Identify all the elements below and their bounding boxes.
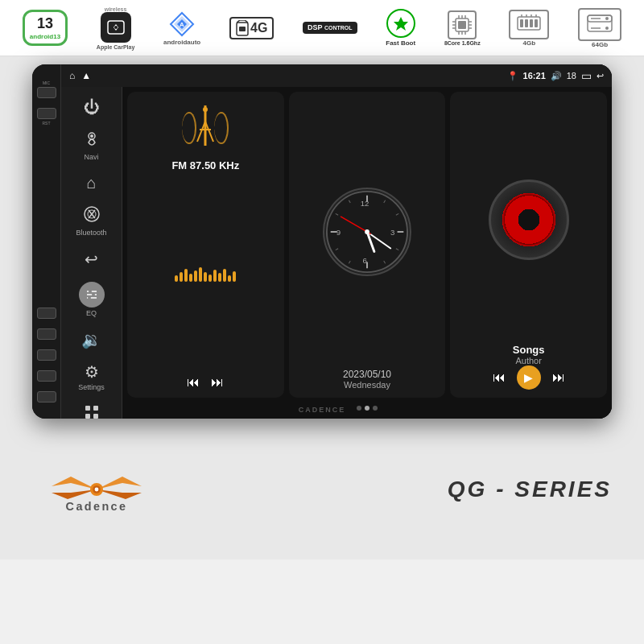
phys-btn-4[interactable] bbox=[37, 370, 56, 382]
device-shell: MIC RST ⌂ ▲ 📍 bbox=[32, 64, 612, 419]
dsp-line1: DSP bbox=[308, 23, 322, 31]
carplay-badge: wireless Apple CarPlay bbox=[97, 6, 134, 50]
nav-eq[interactable]: EQ bbox=[64, 277, 119, 322]
radio-next-button[interactable]: ⏭ bbox=[211, 375, 224, 390]
home-status-icon: ⌂ bbox=[69, 70, 75, 81]
storage-badge: 64Gb bbox=[578, 8, 621, 48]
dot-2 bbox=[365, 406, 369, 411]
bottom-section: Cadence QG - SERIES bbox=[0, 419, 644, 559]
dot-3 bbox=[373, 406, 378, 411]
radio-bar bbox=[223, 269, 226, 282]
radio-bar bbox=[189, 274, 192, 282]
rst-button[interactable] bbox=[37, 108, 56, 119]
nav-navi[interactable]: Navi bbox=[64, 125, 119, 166]
music-card: Songs Author ⏮ ▶ ⏭ bbox=[450, 92, 607, 398]
radio-card: FM 87.50 KHz ⏮ ⏭ bbox=[127, 92, 284, 398]
ram-value-label: 4Gb bbox=[523, 39, 536, 47]
radio-visual: FM 87.50 KHz bbox=[171, 100, 239, 171]
svg-point-43 bbox=[89, 290, 92, 293]
android13-badge: 13 android13 bbox=[23, 10, 68, 46]
clock-weekday: Wednesday bbox=[344, 380, 390, 390]
android-version-number: 13 bbox=[37, 15, 53, 33]
androidauto-badge: A androidauto bbox=[163, 10, 200, 46]
status-bar-right: 📍 16:21 🔊 18 ▭ ↩ bbox=[507, 69, 604, 82]
svg-rect-4 bbox=[239, 27, 246, 31]
nav-back[interactable]: ↩ bbox=[64, 245, 119, 274]
music-controls[interactable]: ⏮ ▶ ⏭ bbox=[493, 365, 565, 390]
svg-text:Cadence: Cadence bbox=[66, 499, 128, 512]
rst-label: RST bbox=[43, 121, 51, 126]
nav-apps[interactable]: Apps bbox=[64, 399, 119, 419]
sim4g-badge: 4G bbox=[229, 17, 274, 39]
svg-point-78 bbox=[95, 487, 99, 491]
svg-text:3: 3 bbox=[390, 228, 394, 237]
apps-icon bbox=[84, 404, 100, 419]
vinyl-record bbox=[489, 180, 569, 260]
svg-rect-46 bbox=[85, 406, 90, 411]
status-bar: ⌂ ▲ 📍 16:21 🔊 18 ▭ ↩ bbox=[61, 64, 612, 87]
clock-visual: 12 3 6 9 bbox=[295, 100, 440, 364]
svg-rect-49 bbox=[93, 414, 98, 419]
radio-bars bbox=[141, 266, 270, 282]
svg-rect-47 bbox=[93, 406, 98, 411]
radio-controls[interactable]: ⏮ ⏭ bbox=[187, 375, 224, 390]
volume-level: 18 bbox=[567, 71, 576, 80]
svg-point-30 bbox=[605, 17, 609, 20]
side-nav: ⏻ Navi ⌂ bbox=[61, 87, 122, 419]
svg-point-67 bbox=[365, 229, 369, 234]
settings-label: Settings bbox=[78, 383, 105, 391]
left-physical-buttons: MIC RST bbox=[32, 64, 61, 419]
chip-spec-label: 8Core 1.6Ghz bbox=[444, 40, 481, 46]
nav-volume-down[interactable]: 🔉 bbox=[64, 325, 119, 354]
vinyl-area bbox=[489, 100, 569, 339]
main-content: FM 87.50 KHz ⏮ ⏭ bbox=[122, 87, 612, 419]
radio-bar bbox=[213, 270, 217, 282]
settings-icon: ⚙ bbox=[85, 362, 99, 382]
mic-button[interactable] bbox=[37, 87, 56, 98]
phys-btn-5[interactable] bbox=[37, 391, 56, 402]
home-icon: ⌂ bbox=[86, 174, 96, 192]
volume-down-icon: 🔉 bbox=[81, 330, 101, 349]
phys-btn-1[interactable] bbox=[37, 308, 56, 319]
ram-badge: 4Gb bbox=[509, 10, 549, 47]
radio-bar bbox=[233, 271, 236, 282]
svg-rect-6 bbox=[458, 21, 466, 29]
phys-btn-3[interactable] bbox=[37, 349, 56, 361]
nav-bluetooth[interactable]: Bluetooth bbox=[64, 200, 119, 242]
nav-settings[interactable]: ⚙ Settings bbox=[64, 357, 119, 396]
fastboot-icon bbox=[386, 9, 415, 38]
nav-power[interactable]: ⏻ bbox=[64, 93, 119, 122]
music-next-button[interactable]: ⏭ bbox=[552, 370, 565, 385]
radio-bar bbox=[218, 273, 221, 282]
music-prev-button[interactable]: ⏮ bbox=[493, 370, 506, 385]
cards-row: FM 87.50 KHz ⏮ ⏭ bbox=[127, 92, 607, 398]
fastboot-label: Fast Boot bbox=[386, 39, 415, 47]
svg-text:12: 12 bbox=[361, 199, 369, 208]
radio-prev-button[interactable]: ⏮ bbox=[187, 375, 200, 390]
back-icon[interactable]: ↩ bbox=[597, 71, 604, 81]
svg-point-1 bbox=[114, 26, 118, 29]
radio-bar bbox=[184, 269, 188, 282]
cadence-logo-svg: Cadence bbox=[32, 457, 161, 522]
radio-bar bbox=[194, 270, 197, 282]
svg-point-35 bbox=[90, 134, 93, 138]
storage-box bbox=[578, 8, 621, 41]
wireless-text: wireless bbox=[105, 6, 127, 12]
sim-4g-label: 4G bbox=[250, 21, 267, 35]
music-play-button[interactable]: ▶ bbox=[517, 365, 541, 390]
eq-label: EQ bbox=[86, 309, 97, 317]
svg-point-31 bbox=[605, 27, 609, 30]
eq-knob[interactable] bbox=[79, 282, 105, 308]
dsp-line2: CONTROL bbox=[324, 25, 353, 31]
svg-rect-23 bbox=[535, 19, 538, 27]
android-label: android13 bbox=[30, 33, 60, 41]
back-nav-icon: ↩ bbox=[85, 250, 98, 269]
status-time: 16:21 bbox=[523, 71, 546, 80]
radio-tower-area bbox=[173, 100, 237, 156]
phys-btn-2[interactable] bbox=[37, 328, 56, 340]
nav-home[interactable]: ⌂ bbox=[64, 169, 119, 197]
music-info: Songs Author bbox=[513, 344, 545, 365]
analog-clock: 12 3 6 9 bbox=[323, 188, 411, 276]
chip-icon bbox=[448, 10, 477, 39]
radio-waves bbox=[177, 104, 233, 152]
